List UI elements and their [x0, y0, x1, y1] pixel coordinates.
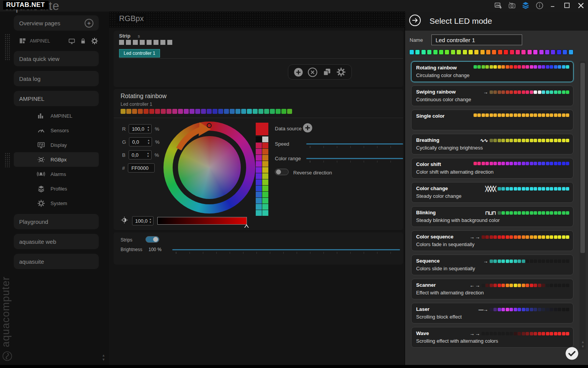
palette-swatch[interactable]: [262, 167, 268, 173]
hex-input[interactable]: FF0000: [128, 163, 155, 172]
info-icon[interactable]: [535, 1, 544, 10]
scrollbar-arrows[interactable]: ▲▼: [581, 340, 585, 349]
palette-swatch[interactable]: [262, 186, 268, 191]
drag-handle-dots[interactable]: [5, 34, 10, 61]
led-mode-item-sequence[interactable]: SequenceColors slide in sequentially→: [411, 255, 573, 275]
led-mode-item-breathing[interactable]: BreathingCyclically changing brightness∿…: [411, 134, 573, 154]
confirm-button[interactable]: [565, 347, 579, 362]
brightness-stepper[interactable]: 100,0 ▲▼: [132, 216, 154, 225]
strips-enable-toggle[interactable]: [145, 236, 159, 243]
palette-swatch[interactable]: [262, 204, 268, 210]
palette-swatch[interactable]: [262, 136, 268, 142]
sidebar-item-system[interactable]: System: [14, 196, 99, 210]
led-mode-item-color-sequence[interactable]: Color sequenceColors fade in sequentiall…: [411, 230, 573, 251]
led-mode-item-rotating-rainbow[interactable]: Rotating rainbowCirculating color change: [411, 61, 573, 82]
sidebar-item-playground[interactable]: Playground: [14, 214, 99, 229]
minimize-button[interactable]: [549, 1, 557, 10]
color-palette[interactable]: [256, 123, 268, 216]
palette-swatch[interactable]: [262, 161, 268, 167]
palette-swatch[interactable]: [256, 136, 262, 142]
speed-slider[interactable]: [306, 143, 403, 145]
scrollbar-thumb[interactable]: [580, 63, 585, 253]
stepper-arrows-icon[interactable]: ▲▼: [145, 139, 152, 145]
stepper-arrows-icon[interactable]: ▲▼: [148, 218, 153, 224]
palette-swatch[interactable]: [262, 155, 268, 161]
palette-swatch[interactable]: [262, 210, 268, 216]
close-button[interactable]: [577, 1, 585, 10]
brightness-gradient-slider[interactable]: [157, 217, 247, 225]
sidebar-item-data-quick-view[interactable]: Data quick view: [14, 51, 99, 66]
gear-icon[interactable]: [90, 37, 99, 45]
add-data-source-button[interactable]: [302, 122, 313, 135]
r-value-stepper[interactable]: 100,0 ▲▼: [129, 124, 152, 133]
sidebar-item-display[interactable]: Display: [14, 138, 99, 152]
maximize-button[interactable]: [563, 1, 571, 10]
color-wheel[interactable]: [163, 122, 255, 214]
add-overview-page-button[interactable]: +: [85, 19, 93, 28]
camera-icon[interactable]: [508, 1, 516, 10]
b-value-stepper[interactable]: 0,0 ▲▼: [129, 150, 152, 159]
global-brightness-slider[interactable]: [172, 249, 400, 250]
led-mode-item-swiping-rainbow[interactable]: Swiping rainbowContinuous color change→: [411, 85, 573, 106]
export-image-icon[interactable]: [494, 1, 502, 10]
sidebar-item-sensors[interactable]: Sensors: [14, 123, 99, 138]
hue-marker[interactable]: [207, 123, 212, 128]
palette-swatch[interactable]: [262, 198, 268, 204]
led-mode-item-scanner[interactable]: ScannerEffect with alternating direction…: [411, 279, 573, 299]
led-controller-tab[interactable]: Led controller 1: [119, 49, 160, 58]
palette-swatch[interactable]: [262, 192, 268, 197]
strip-led-squares[interactable]: [119, 40, 172, 45]
palette-swatch[interactable]: [256, 192, 262, 197]
reverse-direction-toggle[interactable]: [275, 169, 289, 175]
palette-swatch[interactable]: [262, 173, 268, 179]
palette-swatch[interactable]: [256, 198, 262, 204]
name-input[interactable]: Led controller 1: [431, 34, 522, 45]
copy-button[interactable]: [322, 67, 332, 77]
palette-swatch[interactable]: [256, 204, 262, 210]
sidebar-item-ampinel[interactable]: AMPINEL: [14, 108, 99, 123]
mode-list-scrollbar[interactable]: [580, 61, 586, 350]
palette-current-color[interactable]: [256, 123, 268, 135]
led-mode-item-wave[interactable]: WaveScrolling effect with alternating co…: [411, 327, 573, 348]
stepper-arrows-icon[interactable]: ▲▼: [145, 152, 151, 158]
sidebar-group-ampinel[interactable]: AMPINEL: [14, 91, 99, 106]
sidebar-item-aquasuite[interactable]: aquasuite: [14, 254, 99, 269]
sidebar-item-rgbpx[interactable]: RGBpx: [14, 152, 99, 167]
stepper-arrows-icon[interactable]: ▲▼: [145, 126, 151, 132]
palette-swatch[interactable]: [256, 210, 262, 216]
drag-handle-dots[interactable]: [5, 153, 10, 167]
led-mode-item-color-shift[interactable]: Color shiftColor shift with alternating …: [411, 158, 573, 179]
overview-pages-header[interactable]: Overview pages +: [14, 15, 99, 31]
palette-swatch[interactable]: [256, 161, 262, 167]
add-button[interactable]: [293, 67, 304, 77]
g-value-stepper[interactable]: 0,0 ▲▼: [129, 137, 152, 146]
palette-swatch[interactable]: [262, 149, 268, 154]
palette-swatch[interactable]: [256, 186, 262, 191]
palette-swatch[interactable]: [256, 173, 262, 179]
sidebar-item-profiles[interactable]: Profiles: [14, 181, 99, 196]
palette-swatch[interactable]: [256, 149, 262, 154]
overview-page-item[interactable]: AMPINEL: [18, 35, 99, 47]
led-mode-item-color-change[interactable]: Color changeSteady color change╳╳╳╳: [411, 182, 573, 203]
palette-swatch[interactable]: [256, 143, 262, 148]
sidebar-item-aquasuite-web[interactable]: aquasuite web: [14, 234, 99, 249]
led-mode-item-laser[interactable]: LaserScrolling block effect―→: [411, 303, 573, 324]
delete-button[interactable]: [307, 67, 318, 77]
palette-swatch[interactable]: [256, 179, 262, 185]
sidebar-scroll-arrows[interactable]: ▲▼: [102, 353, 105, 362]
palette-swatch[interactable]: [256, 167, 262, 173]
palette-swatch[interactable]: [262, 143, 268, 148]
sidebar-item-alarms[interactable]: Alarms: [14, 167, 99, 181]
gradient-slider-handle[interactable]: [244, 224, 249, 228]
layers-brand-icon[interactable]: [521, 1, 530, 10]
settings-gear-button[interactable]: [336, 67, 346, 77]
led-mode-item-blinking[interactable]: BlinkingSteady blinking with background …: [411, 206, 573, 227]
lock-icon[interactable]: [79, 37, 87, 45]
palette-swatch[interactable]: [256, 155, 262, 161]
palette-swatch[interactable]: [262, 179, 268, 185]
led-mode-item-single-color[interactable]: Single color: [411, 110, 573, 130]
color-range-slider[interactable]: [306, 158, 403, 159]
back-arrow-button[interactable]: [409, 14, 421, 28]
sidebar-item-data-log[interactable]: Data log: [14, 71, 99, 86]
monitor-icon[interactable]: [67, 37, 76, 45]
